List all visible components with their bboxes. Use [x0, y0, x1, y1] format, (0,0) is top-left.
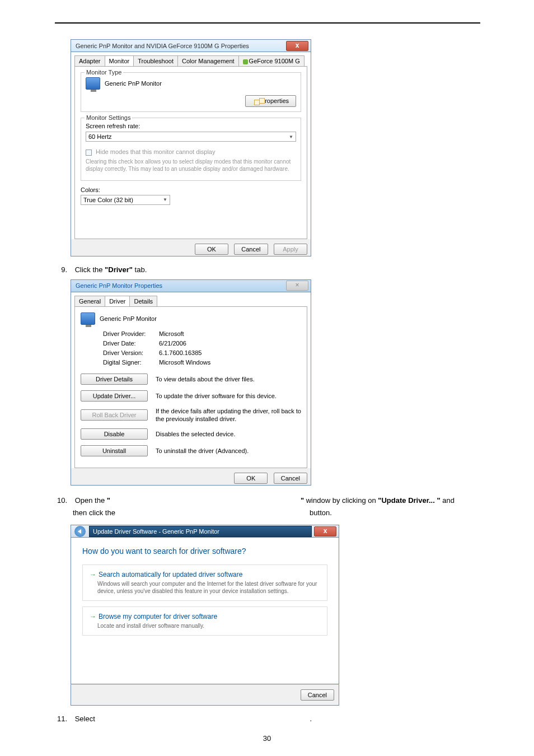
- dialog2-buttons: OK Cancel: [71, 468, 311, 485]
- chevron-down-icon: ▼: [289, 134, 293, 139]
- dialog1-titlebar: Generic PnP Monitor and NVIDIA GeForce 9…: [71, 39, 311, 52]
- close-icon[interactable]: x: [314, 526, 336, 536]
- driver-details-button[interactable]: Driver Details: [81, 374, 148, 385]
- monitor-icon: [81, 312, 95, 325]
- close-icon[interactable]: ×: [286, 281, 308, 291]
- rollback-driver-button: Roll Back Driver: [81, 409, 148, 421]
- version-value: 6.1.7600.16385: [159, 349, 202, 356]
- dialog1-tabs: Adapter Monitor Troubleshoot Color Manag…: [74, 55, 307, 66]
- search-auto-desc: Windows will search your computer and th…: [97, 580, 320, 595]
- date-value: 6/21/2006: [159, 340, 186, 347]
- tab-troubleshoot[interactable]: Troubleshoot: [133, 55, 178, 66]
- dialog1-title: Generic PnP Monitor and NVIDIA GeForce 9…: [76, 43, 286, 49]
- wizard-question: How do you want to search for driver sof…: [82, 547, 327, 556]
- tab-geforce[interactable]: GeForce 9100M G: [238, 55, 305, 66]
- driver-actions: Driver DetailsTo view details about the …: [81, 374, 301, 457]
- colors-select[interactable]: True Color (32 bit) ▼: [81, 195, 170, 205]
- chevron-down-icon: ▼: [163, 197, 167, 202]
- cancel-button[interactable]: Cancel: [301, 689, 334, 701]
- date-label: Driver Date:: [103, 340, 159, 347]
- hide-modes-note: Clearing this check box allows you to se…: [86, 158, 296, 172]
- provider-label: Driver Provider:: [103, 330, 159, 337]
- search-auto-option[interactable]: →Search automatically for updated driver…: [82, 564, 327, 601]
- dialog3-header: Update Driver Software - Generic PnP Mon…: [71, 525, 339, 537]
- monitor-tab-panel: Monitor Type Generic PnP Monitor Propert…: [74, 66, 307, 239]
- tab-color-management[interactable]: Color Management: [177, 55, 239, 66]
- dialog3-title: Update Driver Software - Generic PnP Mon…: [89, 526, 312, 537]
- browse-computer-desc: Locate and install driver software manua…: [97, 622, 320, 629]
- colors-value: True Color (32 bit): [83, 197, 133, 203]
- shield-icon: [252, 98, 259, 105]
- signer-value: Microsoft Windows: [159, 359, 210, 366]
- tab-driver[interactable]: Driver: [105, 296, 130, 306]
- dialog1-buttons: OK Cancel Apply: [71, 239, 311, 256]
- refresh-rate-label: Screen refresh rate:: [86, 123, 296, 129]
- step-11: 11. Select .: [55, 715, 480, 723]
- tab-monitor[interactable]: Monitor: [105, 55, 134, 66]
- dialog3-footer: Cancel: [71, 684, 339, 706]
- disable-desc: Disables the selected device.: [156, 430, 301, 438]
- driver-properties-dialog: Generic PnP Monitor Properties × General…: [71, 279, 311, 486]
- dialog2-title: Generic PnP Monitor Properties: [76, 282, 286, 289]
- page-number: 30: [0, 734, 534, 743]
- hide-modes-label: Hide modes that this monitor cannot disp…: [96, 148, 215, 155]
- browse-computer-option[interactable]: →Browse my computer for driver software …: [82, 606, 327, 636]
- monitor-settings-group: Monitor Settings Screen refresh rate: 60…: [81, 118, 301, 181]
- step-10: 10. Open the "" window by clicking on "U…: [55, 494, 480, 519]
- refresh-rate-value: 60 Hertz: [88, 133, 112, 140]
- monitor-adapter-properties-dialog: Generic PnP Monitor and NVIDIA GeForce 9…: [71, 39, 311, 256]
- disable-button[interactable]: Disable: [81, 428, 148, 440]
- hide-modes-checkbox: [86, 150, 92, 156]
- cancel-button[interactable]: Cancel: [274, 473, 307, 484]
- driver-tab-panel: Generic PnP Monitor Driver Provider:Micr…: [74, 306, 307, 469]
- signer-label: Digital Signer:: [103, 359, 159, 366]
- monitor-type-group: Monitor Type Generic PnP Monitor Propert…: [81, 72, 301, 112]
- close-icon[interactable]: x: [286, 41, 308, 51]
- rollback-driver-desc: If the device fails after updating the d…: [156, 407, 301, 423]
- uninstall-button[interactable]: Uninstall: [81, 445, 148, 456]
- device-name: Generic PnP Monitor: [100, 315, 157, 322]
- provider-value: Microsoft: [159, 330, 184, 337]
- arrow-right-icon: →: [90, 613, 96, 620]
- arrow-right-icon: →: [90, 571, 96, 578]
- back-icon[interactable]: [74, 526, 86, 537]
- uninstall-desc: To uninstall the driver (Advanced).: [156, 447, 301, 455]
- colors-label: Colors:: [81, 186, 301, 193]
- step-9: 9. Click the "Driver" tab.: [55, 265, 480, 274]
- ok-button[interactable]: OK: [195, 244, 228, 255]
- update-driver-wizard: Update Driver Software - Generic PnP Mon…: [71, 525, 339, 706]
- nvidia-icon: [243, 59, 248, 64]
- properties-button[interactable]: Properties: [245, 95, 296, 107]
- driver-details-desc: To view details about the driver files.: [156, 375, 301, 383]
- ok-button[interactable]: OK: [234, 473, 268, 484]
- version-label: Driver Version:: [103, 349, 159, 356]
- apply-button: Apply: [274, 244, 307, 255]
- dialog2-titlebar: Generic PnP Monitor Properties ×: [71, 279, 311, 292]
- monitor-type-label: Monitor Type: [85, 69, 123, 76]
- update-driver-button[interactable]: Update Driver...: [81, 390, 148, 402]
- monitor-settings-label: Monitor Settings: [85, 114, 132, 121]
- monitor-icon: [86, 77, 100, 90]
- monitor-name: Generic PnP Monitor: [105, 80, 162, 87]
- tab-general[interactable]: General: [74, 296, 105, 306]
- dialog3-body: How do you want to search for driver sof…: [71, 537, 339, 684]
- update-driver-desc: To update the driver software for this d…: [156, 392, 301, 400]
- cancel-button[interactable]: Cancel: [234, 244, 268, 255]
- driver-info: Driver Provider:Microsoft Driver Date:6/…: [103, 330, 301, 366]
- tab-adapter[interactable]: Adapter: [74, 55, 105, 66]
- tab-details[interactable]: Details: [129, 296, 157, 306]
- dialog2-tabs: General Driver Details: [74, 296, 307, 306]
- refresh-rate-select[interactable]: 60 Hertz ▼: [86, 132, 296, 142]
